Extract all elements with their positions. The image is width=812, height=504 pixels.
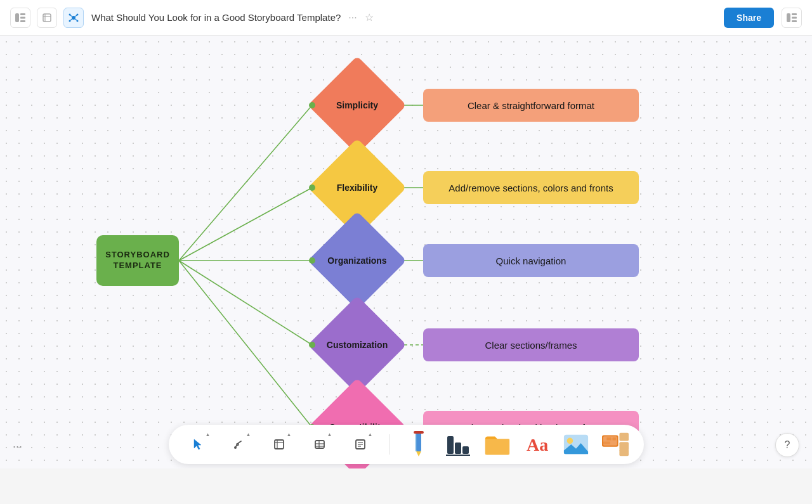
svg-rect-43 bbox=[416, 432, 421, 451]
slides-tool[interactable] bbox=[602, 431, 629, 458]
customization-description: Clear sections/frames bbox=[485, 340, 577, 351]
svg-rect-46 bbox=[414, 431, 424, 434]
customization-node[interactable]: Customization bbox=[322, 310, 392, 380]
organizations-node[interactable]: Organizations bbox=[322, 226, 392, 295]
header: What Should You Look for in a Good Story… bbox=[0, 0, 812, 36]
header-left bbox=[10, 8, 84, 28]
select-tool[interactable]: ▲ bbox=[184, 430, 212, 458]
simplicity-description: Clear & straightforward format bbox=[468, 100, 594, 111]
more-options-icon[interactable]: ··· bbox=[348, 12, 357, 23]
table-tool[interactable]: ▲ bbox=[306, 430, 334, 458]
svg-rect-47 bbox=[447, 436, 454, 454]
select-tool-arrow: ▲ bbox=[206, 432, 211, 437]
table-tool-arrow: ▲ bbox=[327, 432, 332, 437]
note-tool[interactable]: ▲ bbox=[346, 430, 374, 458]
svg-rect-17 bbox=[792, 13, 797, 15]
svg-rect-4 bbox=[43, 14, 51, 22]
svg-rect-35 bbox=[315, 441, 324, 448]
panel-toggle-button[interactable] bbox=[782, 8, 802, 28]
svg-rect-59 bbox=[619, 433, 629, 441]
svg-rect-58 bbox=[603, 441, 610, 444]
pencil-tool[interactable] bbox=[405, 431, 432, 458]
svg-line-15 bbox=[75, 19, 77, 20]
svg-point-7 bbox=[72, 16, 75, 20]
svg-rect-48 bbox=[455, 443, 461, 454]
more-options-dots[interactable]: ··· bbox=[13, 440, 22, 453]
sidebar-toggle-button[interactable] bbox=[10, 8, 30, 28]
svg-point-30 bbox=[234, 446, 237, 449]
storyboard-template-node[interactable]: STORYBOARD TEMPLATE bbox=[96, 235, 179, 286]
canvas: STORYBOARD TEMPLATE Simplicity Flexibili… bbox=[0, 36, 812, 468]
svg-rect-56 bbox=[606, 437, 611, 441]
flexibility-node[interactable]: Flexibility bbox=[322, 153, 392, 223]
simplicity-description-box[interactable]: Clear & straightforward format bbox=[423, 89, 639, 122]
storyboard-line1: STORYBOARD bbox=[105, 250, 170, 261]
svg-line-24 bbox=[179, 261, 312, 427]
flexibility-description: Add/remove sections, colors and fronts bbox=[449, 183, 613, 193]
share-button[interactable]: Share bbox=[724, 8, 774, 28]
flexibility-description-box[interactable]: Add/remove sections, colors and fronts bbox=[423, 171, 639, 204]
customization-dot bbox=[309, 342, 315, 348]
svg-rect-32 bbox=[275, 440, 284, 449]
svg-rect-49 bbox=[462, 446, 469, 454]
star-icon[interactable]: ☆ bbox=[365, 11, 374, 23]
svg-line-21 bbox=[179, 188, 312, 261]
text-tool[interactable]: Aa bbox=[523, 431, 550, 458]
title-area: What Should You Look for in a Good Story… bbox=[91, 11, 716, 23]
header-actions: Share bbox=[724, 8, 802, 28]
organizations-dot bbox=[309, 257, 315, 264]
svg-rect-0 bbox=[15, 13, 19, 22]
note-tool-arrow: ▲ bbox=[368, 432, 373, 437]
svg-rect-18 bbox=[792, 16, 797, 18]
toolbar-inner: ▲ ▲ ▲ bbox=[169, 425, 644, 464]
toolbar: ▲ ▲ ▲ bbox=[0, 420, 812, 468]
simplicity-dot bbox=[309, 102, 315, 108]
svg-marker-45 bbox=[416, 451, 421, 456]
svg-line-12 bbox=[70, 15, 72, 16]
pen-tool-arrow: ▲ bbox=[246, 432, 251, 437]
svg-rect-3 bbox=[20, 20, 25, 22]
storyboard-line2: TEMPLATE bbox=[105, 261, 170, 271]
simplicity-node[interactable]: Simplicity bbox=[322, 70, 392, 140]
svg-rect-57 bbox=[612, 437, 615, 441]
image-tool[interactable] bbox=[563, 431, 589, 458]
frame-tool-arrow: ▲ bbox=[287, 432, 292, 437]
svg-rect-16 bbox=[787, 13, 790, 22]
svg-point-53 bbox=[566, 438, 573, 444]
frame-tool[interactable]: ▲ bbox=[265, 430, 293, 458]
svg-text:Aa: Aa bbox=[527, 435, 548, 455]
organizations-description-box[interactable]: Quick navigation bbox=[423, 244, 639, 277]
folder-tool[interactable] bbox=[484, 431, 511, 458]
svg-rect-44 bbox=[415, 434, 417, 451]
flexibility-dot bbox=[309, 184, 315, 191]
svg-line-20 bbox=[179, 105, 312, 261]
svg-line-13 bbox=[75, 15, 77, 16]
chart-tool[interactable] bbox=[445, 431, 471, 458]
svg-rect-2 bbox=[20, 16, 25, 18]
svg-rect-19 bbox=[792, 20, 797, 22]
help-button[interactable]: ? bbox=[775, 433, 799, 457]
svg-rect-1 bbox=[20, 13, 25, 15]
mind-map-view-button[interactable] bbox=[63, 8, 84, 28]
pen-tool[interactable]: ▲ bbox=[225, 430, 252, 458]
toolbar-divider bbox=[390, 434, 390, 455]
organizations-description: Quick navigation bbox=[496, 255, 566, 266]
svg-rect-60 bbox=[619, 442, 629, 450]
document-title: What Should You Look for in a Good Story… bbox=[91, 12, 341, 23]
doc-view-button[interactable] bbox=[37, 8, 57, 28]
customization-description-box[interactable]: Clear sections/frames bbox=[423, 328, 639, 361]
svg-line-23 bbox=[179, 261, 312, 345]
svg-rect-61 bbox=[619, 449, 629, 456]
svg-line-14 bbox=[70, 19, 72, 20]
